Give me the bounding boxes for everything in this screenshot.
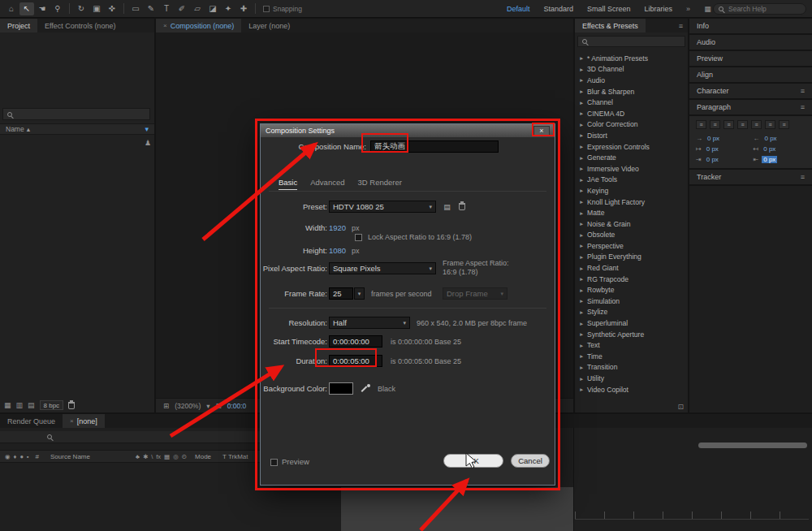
expand-arrow-icon[interactable]: ► [579,331,584,337]
panel-menu-icon[interactable]: ≡ [801,103,805,111]
expand-arrow-icon[interactable]: ► [579,88,584,94]
tab-timeline-none[interactable]: × [none] [63,414,105,428]
start-timecode-field[interactable]: 0:00:00:00 [329,335,382,348]
panel-header-tracker[interactable]: Tracker ≡ [689,170,812,186]
new-composition-icon[interactable]: ▤ [28,401,35,409]
paragraph-spacing-field[interactable]: ⇤ 0 px [754,156,806,163]
viewer-timecode[interactable]: 0:00:0 [227,402,247,410]
composition-name-input[interactable] [370,140,499,153]
tab-effects-presets[interactable]: Effects & Presets [575,19,646,32]
expand-arrow-icon[interactable]: ► [579,199,584,205]
workspace-tab-standard[interactable]: Standard [544,5,574,13]
workspace-menu-icon[interactable]: ▦ [704,5,711,13]
expand-arrow-icon[interactable]: ► [579,177,584,183]
tab-project[interactable]: Project [0,19,37,32]
expand-arrow-icon[interactable]: ► [579,55,584,61]
effects-category-row[interactable]: ► Keying [575,185,688,196]
expand-arrow-icon[interactable]: ► [579,166,584,171]
eraser-tool-icon[interactable]: ◪ [205,2,220,15]
spacing-value[interactable]: 0 px [705,156,720,163]
paragraph-align-button[interactable]: ≡ [723,120,734,129]
interpret-footage-icon[interactable]: ▦ [4,401,11,409]
effects-category-row[interactable]: ► Blur & Sharpen [575,86,688,97]
tab-advanced[interactable]: Advanced [310,178,344,190]
tab-render-queue[interactable]: Render Queue [0,414,63,428]
expand-arrow-icon[interactable]: ► [579,254,584,260]
snapping-checkbox[interactable] [263,6,270,12]
expand-arrow-icon[interactable]: ► [579,287,584,293]
magnification-dropdown-arrow-icon[interactable]: ▾ [206,402,209,410]
expand-arrow-icon[interactable]: ► [579,77,584,83]
hand-tool-icon[interactable]: ☚ [35,2,50,15]
height-value[interactable]: 1080 [329,244,346,257]
effects-category-row[interactable]: ► Noise & Grain [575,218,688,230]
help-search-box[interactable] [713,3,806,15]
panel-header-info[interactable]: Info [689,19,812,35]
panel-header-paragraph[interactable]: Paragraph ≡ [689,100,812,116]
effects-category-row[interactable]: ► Plugin Everything [575,252,688,263]
pen-tool-icon[interactable]: ✎ [144,2,158,15]
spacing-value[interactable]: 0 px [762,156,777,163]
expand-arrow-icon[interactable]: ► [579,155,584,161]
rotate-tool-icon[interactable]: ↻ [74,2,89,15]
help-search-input[interactable] [727,4,796,14]
expand-arrow-icon[interactable]: ► [579,343,584,348]
panel-corner-icon[interactable]: ⊡ [677,403,684,411]
bit-depth-button[interactable]: 8 bpc [40,400,64,410]
expand-arrow-icon[interactable]: ► [579,243,584,248]
expand-arrow-icon[interactable]: ► [579,210,584,216]
expand-arrow-icon[interactable]: ► [579,298,584,304]
shape-tool-icon[interactable]: ▭ [128,2,143,15]
delete-icon[interactable] [68,402,75,409]
paragraph-align-button[interactable]: ≡ [696,120,706,129]
effects-category-row[interactable]: ► Audio [575,75,688,86]
puppet-pin-tool-icon[interactable]: ✚ [236,2,251,15]
paragraph-spacing-field[interactable]: ⇥ 0 px [696,156,749,163]
expand-arrow-icon[interactable]: ► [579,100,584,106]
frame-rate-dropdown-arrow[interactable]: ▾ [354,287,365,300]
expand-arrow-icon[interactable]: ► [579,110,584,116]
project-filter-dropdown-icon[interactable]: ▾ [145,125,149,133]
close-tab-icon[interactable]: × [163,22,167,29]
expand-arrow-icon[interactable]: ► [579,353,584,359]
effects-category-row[interactable]: ► Time [575,351,688,362]
expand-arrow-icon[interactable]: ► [579,386,584,392]
paragraph-align-button[interactable]: ≡ [710,120,720,129]
expand-arrow-icon[interactable]: ► [579,232,584,238]
clone-stamp-tool-icon[interactable]: ▱ [190,2,205,15]
paragraph-align-button[interactable]: ≡ [751,120,762,129]
effects-category-row[interactable]: ► Transition [575,362,688,373]
dialog-titlebar[interactable]: Composition Settings × [261,124,555,137]
panel-menu-icon[interactable]: ≡ [801,173,805,181]
preset-dropdown[interactable]: HDTV 1080 25 ▾ [329,201,436,213]
duration-field[interactable]: 0:00:05:00 [329,355,382,367]
home-icon[interactable]: ⌂ [4,2,19,15]
panel-menu-icon[interactable]: ≡ [801,87,805,95]
paragraph-spacing-field[interactable]: ↦ 0 px [696,145,749,153]
effects-category-row[interactable]: ► Channel [575,97,688,108]
frame-rate-field[interactable]: 25 [329,287,353,300]
close-icon[interactable]: × [533,126,550,136]
view-options-icon[interactable]: ⊞ [163,402,169,410]
spacing-value[interactable]: 0 px [705,145,720,153]
selection-tool-icon[interactable]: ↖ [19,2,34,15]
workspace-overflow-icon[interactable]: » [686,5,690,13]
tab-3d-renderer[interactable]: 3D Renderer [358,178,402,190]
tab-effect-controls[interactable]: Effect Controls (none) [37,19,123,32]
expand-arrow-icon[interactable]: ► [579,144,584,149]
paragraph-align-button[interactable]: ≡ [737,120,748,129]
timeline-horizontal-scrollbar[interactable] [698,442,807,448]
effects-category-row[interactable]: ► Stylize [575,307,688,318]
paragraph-spacing-field[interactable]: ↤ 0 px [754,145,806,153]
roto-brush-tool-icon[interactable]: ✦ [221,2,235,15]
effects-category-row[interactable]: ► Red Giant [575,262,688,274]
paragraph-spacing-field[interactable]: ← 0 px [754,135,806,142]
effects-category-row[interactable]: ► Color Correction [575,119,688,131]
grid-guides-icon[interactable]: ⊞ [216,402,222,410]
pixel-aspect-dropdown[interactable]: Square Pixels ▾ [329,262,436,274]
panel-header-align[interactable]: Align [689,67,812,84]
eyedropper-icon[interactable] [361,384,370,393]
cancel-button[interactable]: Cancel [511,454,550,468]
camera-tool-icon[interactable]: ▣ [89,2,104,15]
expand-arrow-icon[interactable]: ► [579,188,584,193]
